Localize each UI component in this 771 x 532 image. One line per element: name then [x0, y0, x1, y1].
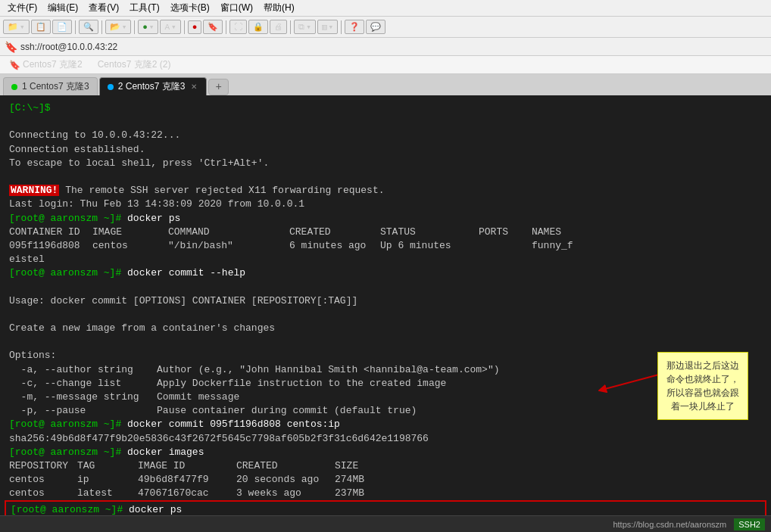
toolbar-chat-btn[interactable]: 💬 [366, 20, 386, 34]
terminal-lastlogin: Last login: Thu Feb 13 14:38:09 2020 fro… [9, 198, 762, 211]
img-row2-id: 470671670cac [138, 487, 236, 500]
toolbar-font-btn[interactable]: A▾ [160, 20, 180, 34]
cmd-commit: docker commit 095f1196d808 centos:ip [127, 418, 340, 430]
cmd-images: docker images [127, 446, 204, 458]
options-text: Options: [9, 350, 56, 361]
lastlogin-text: Last login: Thu Feb 13 14:38:09 2020 fro… [9, 198, 304, 210]
eistel-text: eistel [9, 254, 45, 265]
terminal-connecting: Connecting to 10.0.0.43:22... [9, 129, 762, 142]
bookmark-1-icon: 🔖 [9, 60, 20, 70]
lock-icon: 🔒 [253, 22, 264, 32]
terminal-cmd-dockerps1: [root@ aaronszm ~]# docker ps [9, 212, 762, 226]
status-url: https://blog.csdn.net/aaronszm [613, 520, 726, 529]
view2-icon: ⧉ [298, 23, 304, 32]
terminal-blank-4 [9, 308, 762, 322]
terminal-cmd-images: [root@ aaronszm ~]# docker images [9, 446, 762, 459]
docker-ps1-header: CONTAINER ID IMAGE COMMAND CREATED STATU… [9, 226, 762, 239]
terminal-established: Connection established. [9, 143, 762, 157]
hl-prompt-dockerps2: [root@ aaronszm ~]# [11, 504, 123, 515]
toolbar-record-btn[interactable]: ● [188, 20, 202, 34]
tab-1-label: 1 Centos7 克隆3 [22, 80, 89, 93]
address-text: ssh://root@10.0.0.43:22 [20, 42, 117, 52]
bookmark-1-label: Centos7 克隆2 [23, 58, 83, 71]
toolbar-new-btn[interactable]: 📁▾ [3, 20, 30, 34]
bookmark-2[interactable]: Centos7 克隆2 (2) [93, 57, 176, 73]
warning-box: WARNING! [9, 185, 59, 196]
tab-2-dot [108, 84, 114, 90]
toolbar-help-btn[interactable]: ❓ [345, 20, 364, 34]
toolbar-print-btn[interactable]: 🖨 [270, 20, 287, 34]
connecting-text: Connecting to 10.0.0.43:22... [9, 129, 180, 141]
img-row1-created: 20 seconds ago [236, 473, 335, 487]
toolbar-sftp-btn[interactable]: 📂▾ [105, 20, 132, 34]
toolbar-view2-btn[interactable]: ⧉▾ [294, 20, 316, 34]
img-row1-tag: ip [77, 473, 138, 487]
hl-cmd-dp2: docker ps [129, 504, 182, 515]
hl-cmd-dockerps2: [root@ aaronszm ~]# docker ps [11, 503, 760, 515]
opt-m-text: -m, --message string Commit message [9, 391, 239, 403]
img-hdr-id: IMAGE ID [138, 459, 236, 473]
menu-tabs[interactable]: 选项卡(B) [166, 0, 214, 16]
callout-arrow [598, 371, 659, 394]
tab-2[interactable]: 2 Centos7 克隆3 ✕ [99, 77, 208, 95]
docker-images-row1: centos ip 49b6d8f477f9 20 seconds ago 27… [9, 473, 762, 487]
terminal-blank-1 [9, 115, 762, 129]
toolbar-bookmark-btn[interactable]: 🔖 [203, 20, 223, 34]
bookmark-1[interactable]: 🔖 Centos7 克隆2 [5, 57, 87, 73]
terminal-create-desc: Create a new image from a container's ch… [9, 322, 762, 335]
toolbar-paste-btn[interactable]: 📄 [52, 20, 72, 34]
toolbar-expand-btn[interactable]: ⛶ [229, 20, 247, 34]
toolbar-lock-btn[interactable]: 🔒 [248, 20, 268, 34]
opt-a-text: -a, --author string Author (e.g., "John … [9, 364, 500, 375]
hdr-names: NAMES [532, 226, 607, 239]
hdr-ports: PORTS [479, 226, 532, 239]
split-icon: ▥ [322, 22, 327, 32]
menu-tools[interactable]: 工具(T) [125, 0, 164, 16]
menu-file[interactable]: 文件(F) [3, 0, 42, 16]
toolbar-color-btn[interactable]: ●▾ [138, 20, 158, 34]
terminal-blank-2 [9, 170, 762, 184]
menu-edit[interactable]: 编辑(E) [43, 0, 83, 16]
copy-icon: 📋 [36, 22, 46, 32]
help-icon: ❓ [349, 22, 360, 32]
tab-2-close[interactable]: ✕ [189, 82, 198, 92]
addressbar: 🔖 ssh://root@10.0.0.43:22 [0, 38, 771, 56]
img-hdr-repo: REPOSITORY [9, 459, 77, 473]
tab-add-button[interactable]: + [208, 79, 228, 95]
hdr-command: COMMAND [168, 226, 289, 239]
terminal-cmd-commit: [root@ aaronszm ~]# docker commit 095f11… [9, 418, 762, 431]
tab-1[interactable]: 1 Centos7 克隆3 [3, 77, 98, 95]
toolbar-sep1 [75, 20, 76, 34]
callout-text: 那边退出之后这边 命令也就终止了， 所以容器也就会跟 着一块儿终止了 [666, 360, 739, 412]
toolbar-split-btn[interactable]: ▥▾ [317, 20, 338, 34]
menu-help[interactable]: 帮助(H) [259, 0, 299, 16]
prompt-images: [root@ aaronszm ~]# [9, 446, 121, 458]
chat-icon: 💬 [370, 22, 381, 32]
bookmark-2-label: Centos7 克隆2 (2) [98, 58, 171, 71]
toolbar-sep3 [134, 20, 135, 34]
docker-ps1-row1: 095f1196d808 centos "/bin/bash" 6 minute… [9, 239, 762, 253]
img-row1-repo: centos [9, 473, 77, 487]
tabbar: 1 Centos7 克隆3 2 Centos7 克隆3 ✕ + [0, 74, 771, 95]
folder-icon: 📁 [8, 22, 18, 32]
toolbar-sep7 [341, 20, 342, 34]
toolbar-copy-btn[interactable]: 📋 [31, 20, 51, 34]
tab-1-dot [11, 84, 17, 90]
hdr-container-id: CONTAINER ID [9, 226, 92, 239]
terminal-area[interactable]: [C:\~]$ Connecting to 10.0.0.43:22... Co… [0, 95, 771, 515]
usage-text: Usage: docker commit [OPTIONS] CONTAINER… [9, 295, 357, 306]
menu-view[interactable]: 查看(V) [84, 0, 123, 16]
img-hdr-created: CREATED [236, 459, 335, 473]
established-text: Connection established. [9, 144, 145, 155]
color-icon: ● [142, 23, 148, 32]
terminal-usage: Usage: docker commit [OPTIONS] CONTAINER… [9, 294, 762, 308]
prompt-commit-help: [root@ aaronszm ~]# [9, 267, 121, 278]
paste-icon: 📄 [57, 22, 67, 32]
toolbar-search-btn[interactable]: 🔍 [79, 20, 98, 34]
terminal-blank-3 [9, 280, 762, 294]
terminal-sha: sha256:49b6d8f477f9b20e5836c43f2672f5645… [9, 432, 762, 446]
terminal-content: [C:\~]$ Connecting to 10.0.0.43:22... Co… [5, 98, 766, 515]
menu-window[interactable]: 窗口(W) [216, 0, 258, 16]
hdr-image: IMAGE [92, 226, 168, 239]
cmd-dockerps1: docker ps [127, 213, 180, 224]
